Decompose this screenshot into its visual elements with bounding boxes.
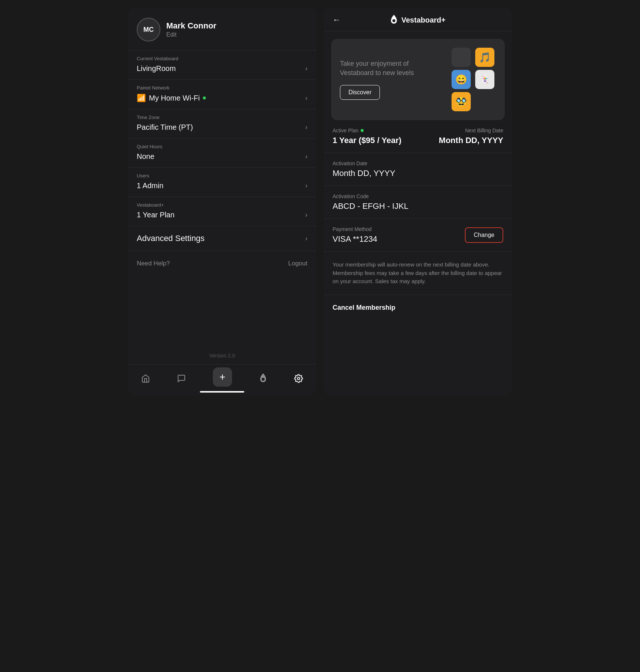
chevron-icon: › — [305, 153, 307, 160]
cancel-section: Cancel Membership — [324, 295, 512, 320]
notice-section: Your membership will auto-renew on the n… — [324, 252, 512, 295]
svg-point-1 — [297, 377, 300, 380]
edit-link[interactable]: Edit — [166, 31, 217, 38]
menu-value-users: 1 Admin — [137, 181, 163, 190]
promo-text: Take your enjoyment ofVestaboard to new … — [340, 59, 452, 100]
nav-home[interactable] — [141, 374, 150, 383]
menu-item-users[interactable]: Users 1 Admin › — [128, 168, 316, 197]
chat-icon — [177, 374, 186, 383]
menu-value-paired-network: 📶 My Home Wi-Fi — [137, 94, 206, 102]
payment-section: Payment Method VISA **1234 Change — [324, 219, 512, 252]
menu-item-paired-network[interactable]: Paired Network 📶 My Home Wi-Fi › — [128, 80, 316, 109]
active-plan-label: Active Plan — [333, 128, 418, 133]
header-logo: Vestaboard+ — [347, 15, 489, 25]
promo-icon-music: 🎵 — [475, 48, 494, 67]
profile-info: Mark Connor Edit — [166, 21, 217, 38]
nav-add-button[interactable]: + — [213, 367, 232, 387]
promo-icon-glasses: 🥸 — [452, 92, 471, 111]
home-icon — [141, 374, 150, 383]
header-title: Vestaboard+ — [401, 16, 446, 24]
cancel-membership-link[interactable]: Cancel Membership — [333, 304, 503, 312]
chevron-icon: › — [305, 65, 307, 72]
promo-icon-card: 🃏 — [475, 70, 494, 89]
activation-code-value: ABCD - EFGH - IJKL — [333, 201, 503, 211]
nav-vestaboard[interactable] — [259, 373, 267, 384]
menu-item-quiet-hours[interactable]: Quiet Hours None › — [128, 139, 316, 168]
activation-date-value: Month DD, YYYY — [333, 169, 503, 178]
panel-header: ← Vestaboard+ — [324, 7, 512, 31]
left-panel: MC Mark Connor Edit Current Vestaboard L… — [128, 7, 316, 396]
profile-name: Mark Connor — [166, 21, 217, 31]
nav-settings[interactable] — [294, 374, 303, 383]
payment-info: Payment Method VISA **1234 — [333, 226, 377, 244]
menu-label-vestaboard-plus: Vestaboard+ — [137, 202, 307, 208]
menu-value-timezone: Pacific Time (PT) — [137, 123, 193, 132]
active-plan-section: Active Plan 1 Year ($95 / Year) Next Bil… — [324, 120, 512, 153]
advanced-settings-label: Advanced Settings — [137, 234, 204, 243]
plan-value: 1 Year ($95 / Year) — [333, 136, 418, 145]
change-payment-button[interactable]: Change — [465, 227, 503, 243]
nav-indicator — [200, 391, 244, 393]
discover-button[interactable]: Discover — [340, 85, 380, 100]
wifi-connected-dot — [203, 96, 206, 99]
billing-col: Next Billing Date Month DD, YYYY — [418, 128, 503, 145]
profile-section: MC Mark Connor Edit — [128, 7, 316, 51]
settings-icon — [294, 374, 303, 383]
chevron-icon: › — [305, 235, 307, 242]
payment-label: Payment Method — [333, 226, 377, 232]
menu-value-vestaboard-plus: 1 Year Plan — [137, 211, 174, 219]
vestaboard-logo-icon — [390, 15, 398, 25]
wifi-icon: 📶 — [137, 94, 146, 102]
bottom-nav: + — [128, 364, 316, 396]
promo-icons: 🎵 😄 🃏 🥸 — [452, 48, 496, 111]
menu-value-current-vestaboard: LivingRoom — [137, 64, 176, 73]
promo-headline: Take your enjoyment ofVestaboard to new … — [340, 59, 452, 78]
need-help-link[interactable]: Need Help? — [137, 260, 170, 267]
menu-item-vestaboard-plus[interactable]: Vestaboard+ 1 Year Plan › — [128, 197, 316, 226]
next-billing-value: Month DD, YYYY — [418, 136, 503, 145]
notice-text: Your membership will auto-renew on the n… — [333, 261, 503, 286]
menu-item-timezone[interactable]: Time Zone Pacific Time (PT) › — [128, 109, 316, 139]
nav-messages[interactable] — [177, 374, 186, 383]
svg-point-2 — [392, 19, 395, 22]
chevron-icon: › — [305, 123, 307, 131]
chevron-icon: › — [305, 182, 307, 190]
logout-link[interactable]: Logout — [288, 260, 307, 267]
menu-value-quiet-hours: None — [137, 152, 154, 161]
svg-point-0 — [262, 378, 265, 381]
menu-label-paired-network: Paired Network — [137, 85, 307, 91]
right-panel: ← Vestaboard+ Take your enjoyment ofVest… — [324, 7, 512, 396]
vestaboard-icon — [259, 373, 267, 384]
activation-code-section: Activation Code ABCD - EFGH - IJKL — [324, 186, 512, 219]
activation-code-label: Activation Code — [333, 193, 503, 199]
back-button[interactable]: ← — [333, 15, 341, 25]
promo-icon-emoji: 😄 — [452, 70, 471, 89]
promo-icon-colorful — [452, 48, 471, 67]
chevron-icon: › — [305, 94, 307, 102]
plan-col: Active Plan 1 Year ($95 / Year) — [333, 128, 418, 145]
activation-date-label: Activation Date — [333, 160, 503, 166]
avatar[interactable]: MC — [137, 18, 160, 41]
next-billing-label: Next Billing Date — [418, 128, 503, 133]
promo-card: Take your enjoyment ofVestaboard to new … — [331, 39, 505, 120]
menu-label-current-vestaboard: Current Vestaboard — [137, 56, 307, 61]
payment-value: VISA **1234 — [333, 234, 377, 244]
menu-label-timezone: Time Zone — [137, 115, 307, 120]
menu-item-current-vestaboard[interactable]: Current Vestaboard LivingRoom › — [128, 51, 316, 80]
bottom-links: Need Help? Logout — [128, 251, 316, 276]
activation-date-section: Activation Date Month DD, YYYY — [324, 153, 512, 186]
menu-label-quiet-hours: Quiet Hours — [137, 144, 307, 149]
chevron-icon: › — [305, 211, 307, 219]
menu-item-advanced-settings[interactable]: Advanced Settings › — [128, 226, 316, 251]
active-dot — [361, 129, 364, 132]
plus-icon: + — [219, 372, 225, 382]
menu-label-users: Users — [137, 173, 307, 179]
